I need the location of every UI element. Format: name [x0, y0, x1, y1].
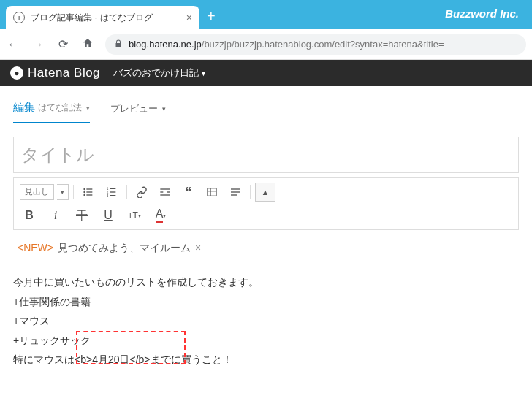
brand-text: Hatena Blog	[28, 66, 100, 80]
url-text: blog.hatena.ne.jp/buzzjp/buzzjp.hatenabl…	[129, 39, 444, 50]
svg-rect-14	[167, 191, 170, 192]
editor-line: +マウス	[13, 311, 519, 331]
svg-point-0	[83, 188, 86, 191]
tag-remove-icon[interactable]: ×	[192, 242, 201, 253]
mode-tabs: 編集 はてな記法 ▾ プレビュー ▾	[13, 96, 519, 123]
ordered-list-icon[interactable]: 123	[102, 183, 122, 202]
home-icon[interactable]	[80, 37, 95, 52]
quote-icon[interactable]: “	[178, 183, 199, 202]
blog-name-dropdown[interactable]: バズのおでかけ日記▼	[113, 66, 207, 80]
svg-rect-20	[231, 191, 240, 192]
svg-text:3: 3	[107, 194, 109, 198]
svg-rect-7	[110, 188, 115, 189]
address-bar: ← → ⟳ blog.hatena.ne.jp/buzzjp/buzzjp.ha…	[0, 29, 532, 60]
font-color-icon[interactable]: A▾	[151, 206, 170, 225]
editor-line: +リュックサック	[13, 331, 519, 351]
tag-new-badge: <NEW>	[13, 239, 58, 256]
back-icon[interactable]: ←	[6, 38, 20, 51]
svg-point-2	[83, 191, 86, 194]
chevron-down-icon[interactable]: ▾	[57, 184, 69, 200]
browser-tab[interactable]: i ブログ記事編集 - はてなブログ ×	[6, 6, 200, 29]
svg-rect-5	[86, 194, 92, 195]
brand[interactable]: ● Hatena Blog	[10, 66, 100, 80]
hatena-favicon: i	[13, 12, 25, 23]
company-label: Buzzword Inc.	[445, 7, 519, 20]
chevron-down-icon: ▼	[200, 70, 207, 77]
svg-rect-19	[231, 188, 240, 189]
title-input[interactable]: タイトル	[13, 137, 519, 173]
svg-rect-12	[160, 188, 170, 189]
chevron-down-icon: ▾	[162, 105, 166, 112]
unordered-list-icon[interactable]	[78, 183, 99, 202]
italic-icon[interactable]: i	[46, 206, 65, 225]
bold-icon[interactable]: B	[20, 206, 39, 225]
svg-rect-1	[86, 188, 92, 189]
svg-rect-9	[110, 191, 115, 192]
svg-rect-11	[110, 195, 115, 196]
tab-title: ブログ記事編集 - はてなブログ	[31, 12, 180, 24]
align-icon[interactable]	[225, 183, 246, 202]
reload-icon[interactable]: ⟳	[56, 37, 70, 51]
editor-body[interactable]: 今月中に買いたいもののリストを作成しておきます。 +仕事関係の書籍 +マウス +…	[13, 272, 519, 370]
lock-icon	[114, 39, 123, 50]
forward-icon[interactable]: →	[31, 38, 45, 51]
chevron-down-icon: ▾	[86, 104, 90, 112]
editor-line: 今月中に買いたいもののリストを作成しておきます。	[13, 272, 519, 292]
editor-line: 特にマウスは<b>4月20日</b>までに買うこと！	[13, 350, 519, 370]
link-icon[interactable]	[132, 183, 152, 202]
tag-text[interactable]: 見つめてみよう、マイルーム	[58, 242, 191, 253]
tag-row: <NEW>見つめてみよう、マイルーム ×	[13, 237, 519, 259]
tab-edit[interactable]: 編集 はてな記法 ▾	[13, 96, 90, 123]
toolbar: 見出し▾ 123 “ ▲ B i 干 U TT▾ A▾	[13, 177, 519, 230]
svg-rect-13	[160, 191, 163, 192]
table-icon[interactable]	[202, 183, 222, 202]
font-size-icon[interactable]: TT▾	[125, 206, 144, 225]
editor-line: +仕事関係の書籍	[13, 292, 519, 312]
svg-rect-16	[208, 188, 216, 196]
hatena-logo-icon: ●	[10, 66, 23, 80]
svg-rect-21	[231, 194, 237, 195]
site-header: ● Hatena Blog バズのおでかけ日記▼	[0, 60, 532, 86]
svg-rect-3	[86, 191, 92, 192]
read-more-icon[interactable]	[155, 183, 175, 202]
url-box[interactable]: blog.hatena.ne.jp/buzzjp/buzzjp.hatenabl…	[105, 34, 526, 55]
new-tab-button[interactable]: +	[207, 8, 216, 25]
heading-select[interactable]: 見出し	[20, 184, 54, 200]
underline-icon[interactable]: U	[99, 206, 118, 225]
close-icon[interactable]: ×	[186, 12, 192, 23]
svg-rect-15	[160, 194, 170, 195]
strikethrough-icon[interactable]: 干	[72, 206, 91, 225]
svg-point-4	[83, 194, 86, 196]
tab-preview[interactable]: プレビュー ▾	[110, 96, 166, 123]
collapse-toolbar-icon[interactable]: ▲	[255, 183, 276, 202]
